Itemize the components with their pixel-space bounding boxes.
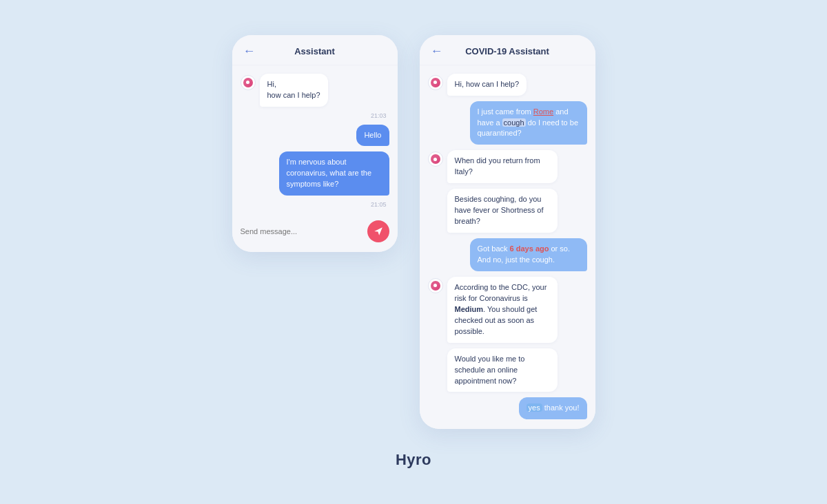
bot-bubble-1: Hi,how can I help? [260, 74, 328, 107]
left-phone: ← Assistant Hi,how can I help? 21:03 Hel… [232, 35, 398, 253]
right-user-msg-3: yes thank you! [428, 397, 587, 419]
right-bot-bubble-1: Hi, how can I help? [447, 74, 527, 96]
back-arrow-right[interactable]: ← [431, 44, 443, 59]
bot-avatar-1 [241, 75, 256, 90]
left-phone-title: Assistant [294, 46, 335, 56]
user-msg-1: Hello [241, 125, 389, 147]
bot-msg-1: Hi,how can I help? [241, 74, 389, 107]
back-arrow-left[interactable]: ← [243, 44, 256, 59]
right-user-msg-2: Got back 6 days ago or so. And no, just … [428, 238, 587, 271]
send-icon-left [374, 227, 383, 236]
highlight-6days: 6 days ago [510, 244, 549, 253]
right-bot-avatar-1 [428, 75, 443, 90]
right-bot-bubble-5: Would you like me to schedule an online … [447, 348, 558, 392]
user-bubble-2: I'm nervous about coronavirus, what are … [279, 151, 389, 196]
right-user-bubble-3: yes thank you! [519, 397, 587, 419]
timestamp-1: 21:03 [241, 112, 387, 119]
right-bot-avatar-icon-2 [431, 154, 440, 164]
left-phone-input-area [232, 213, 398, 252]
right-bot-avatar-icon-3 [431, 281, 440, 291]
right-bot-avatar-3 [428, 278, 443, 293]
timestamp-2: 21:05 [241, 201, 387, 208]
highlight-cough: cough [502, 118, 526, 127]
user-msg-2: I'm nervous about coronavirus, what are … [241, 151, 389, 196]
right-bot-msg-2: When did you return from Italy? [428, 150, 587, 183]
right-bot-bubble-2: When did you return from Italy? [447, 150, 558, 183]
right-bot-bubble-4: According to the CDC, your risk for Coro… [447, 277, 558, 343]
brand-label: Hyro [396, 451, 431, 469]
message-input-left[interactable] [241, 227, 362, 235]
highlight-yes: yes [527, 403, 542, 412]
right-user-bubble-2: Got back 6 days ago or so. And no, just … [470, 238, 587, 271]
user-bubble-1: Hello [356, 125, 389, 147]
bot-avatar-icon-1 [243, 78, 253, 87]
right-phone-body: Hi, how can I help? I just came from Rom… [420, 65, 595, 430]
phones-container: ← Assistant Hi,how can I help? 21:03 Hel… [232, 35, 595, 430]
right-bot-bubble-3: Besides coughing, do you have fever or S… [447, 189, 558, 233]
right-phone: ← COVID-19 Assistant Hi, how can I help?… [420, 35, 595, 430]
send-button-left[interactable] [367, 220, 389, 242]
right-phone-title: COVID-19 Assistant [465, 46, 549, 56]
right-bot-msg-1: Hi, how can I help? [428, 74, 587, 96]
right-bot-avatar-2 [428, 151, 443, 167]
left-phone-header: ← Assistant [232, 35, 398, 65]
right-phone-header: ← COVID-19 Assistant [420, 35, 595, 65]
right-user-bubble-1: I just came from Rome and have a cough d… [470, 101, 587, 145]
right-user-msg-1: I just came from Rome and have a cough d… [428, 101, 587, 145]
right-bot-avatar-icon-1 [431, 78, 440, 87]
left-phone-body: Hi,how can I help? 21:03 Hello I'm nervo… [232, 65, 398, 214]
highlight-rome: Rome [533, 107, 553, 116]
right-bot-msg-3: According to the CDC, your risk for Coro… [428, 277, 587, 343]
bold-medium: Medium [455, 305, 484, 313]
